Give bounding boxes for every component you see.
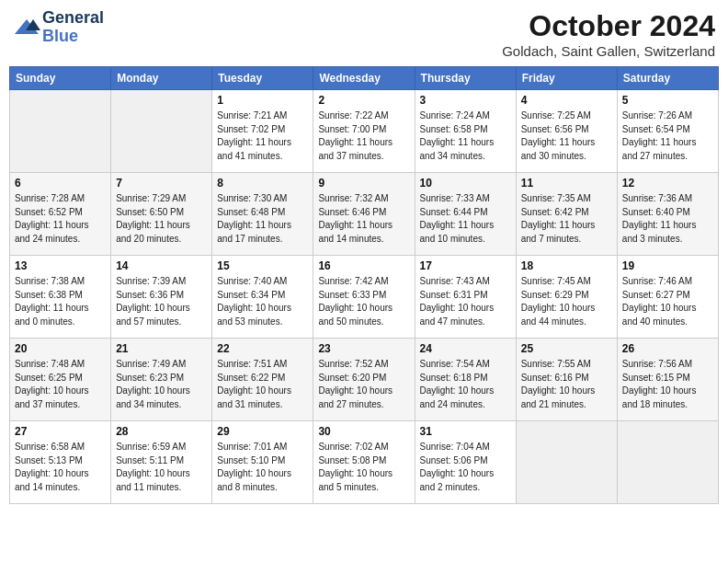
day-info: Sunrise: 7:24 AM Sunset: 6:58 PM Dayligh… (420, 109, 511, 163)
logo-text: General Blue (42, 9, 104, 46)
day-info: Sunrise: 7:36 AM Sunset: 6:40 PM Dayligh… (622, 192, 713, 246)
calendar-cell: 2Sunrise: 7:22 AM Sunset: 7:00 PM Daylig… (313, 90, 415, 173)
calendar-cell (516, 421, 617, 504)
calendar-cell: 1Sunrise: 7:21 AM Sunset: 7:02 PM Daylig… (212, 90, 313, 173)
day-number: 14 (116, 259, 207, 272)
weekday-header-friday: Friday (516, 67, 617, 90)
weekday-header-row: SundayMondayTuesdayWednesdayThursdayFrid… (10, 67, 719, 90)
day-info: Sunrise: 7:40 AM Sunset: 6:34 PM Dayligh… (217, 275, 308, 328)
location-title: Goldach, Saint Gallen, Switzerland (502, 43, 715, 59)
calendar-week-row: 13Sunrise: 7:38 AM Sunset: 6:38 PM Dayli… (10, 256, 719, 339)
day-info: Sunrise: 7:25 AM Sunset: 6:56 PM Dayligh… (521, 109, 612, 163)
day-info: Sunrise: 7:42 AM Sunset: 6:33 PM Dayligh… (318, 275, 409, 328)
day-number: 17 (420, 259, 511, 272)
day-number: 27 (15, 425, 106, 438)
day-info: Sunrise: 7:46 AM Sunset: 6:27 PM Dayligh… (622, 275, 713, 328)
weekday-header-wednesday: Wednesday (313, 67, 415, 90)
calendar-week-row: 6Sunrise: 7:28 AM Sunset: 6:52 PM Daylig… (10, 173, 719, 256)
calendar-cell: 17Sunrise: 7:43 AM Sunset: 6:31 PM Dayli… (415, 256, 516, 339)
calendar-cell: 20Sunrise: 7:48 AM Sunset: 6:25 PM Dayli… (10, 339, 111, 421)
calendar-cell: 5Sunrise: 7:26 AM Sunset: 6:54 PM Daylig… (617, 90, 718, 173)
weekday-header-saturday: Saturday (617, 67, 718, 90)
calendar-cell (10, 90, 111, 173)
calendar-cell: 3Sunrise: 7:24 AM Sunset: 6:58 PM Daylig… (415, 90, 516, 173)
day-info: Sunrise: 7:04 AM Sunset: 5:06 PM Dayligh… (420, 441, 511, 494)
day-info: Sunrise: 7:28 AM Sunset: 6:52 PM Dayligh… (15, 192, 106, 246)
day-info: Sunrise: 6:59 AM Sunset: 5:11 PM Dayligh… (116, 441, 207, 494)
day-info: Sunrise: 7:52 AM Sunset: 6:20 PM Dayligh… (318, 358, 409, 411)
calendar-cell (617, 421, 718, 504)
day-info: Sunrise: 7:22 AM Sunset: 7:00 PM Dayligh… (318, 109, 409, 163)
calendar-week-row: 20Sunrise: 7:48 AM Sunset: 6:25 PM Dayli… (10, 339, 719, 421)
logo-line2: Blue (42, 28, 104, 46)
calendar-cell: 8Sunrise: 7:30 AM Sunset: 6:48 PM Daylig… (212, 173, 313, 256)
day-info: Sunrise: 7:54 AM Sunset: 6:18 PM Dayligh… (420, 358, 511, 411)
calendar-cell: 18Sunrise: 7:45 AM Sunset: 6:29 PM Dayli… (516, 256, 617, 339)
day-number: 30 (318, 425, 409, 438)
calendar-week-row: 27Sunrise: 6:58 AM Sunset: 5:13 PM Dayli… (10, 421, 719, 504)
calendar-cell: 9Sunrise: 7:32 AM Sunset: 6:46 PM Daylig… (313, 173, 415, 256)
day-number: 9 (318, 177, 409, 190)
day-info: Sunrise: 7:35 AM Sunset: 6:42 PM Dayligh… (521, 192, 612, 246)
calendar-cell: 14Sunrise: 7:39 AM Sunset: 6:36 PM Dayli… (111, 256, 212, 339)
day-info: Sunrise: 7:45 AM Sunset: 6:29 PM Dayligh… (521, 275, 612, 328)
weekday-header-tuesday: Tuesday (212, 67, 313, 90)
day-info: Sunrise: 7:33 AM Sunset: 6:44 PM Dayligh… (420, 192, 511, 246)
day-info: Sunrise: 7:39 AM Sunset: 6:36 PM Dayligh… (116, 275, 207, 328)
day-number: 26 (622, 342, 713, 355)
calendar-week-row: 1Sunrise: 7:21 AM Sunset: 7:02 PM Daylig… (10, 90, 719, 173)
day-number: 29 (217, 425, 308, 438)
title-block: October 2024 Goldach, Saint Gallen, Swit… (502, 9, 715, 59)
day-info: Sunrise: 7:32 AM Sunset: 6:46 PM Dayligh… (318, 192, 409, 246)
day-number: 31 (420, 425, 511, 438)
calendar-cell: 22Sunrise: 7:51 AM Sunset: 6:22 PM Dayli… (212, 339, 313, 421)
day-info: Sunrise: 7:29 AM Sunset: 6:50 PM Dayligh… (116, 192, 207, 246)
day-info: Sunrise: 7:56 AM Sunset: 6:15 PM Dayligh… (622, 358, 713, 411)
calendar-body: 1Sunrise: 7:21 AM Sunset: 7:02 PM Daylig… (10, 90, 719, 504)
calendar-cell: 13Sunrise: 7:38 AM Sunset: 6:38 PM Dayli… (10, 256, 111, 339)
day-number: 22 (217, 342, 308, 355)
calendar-cell: 6Sunrise: 7:28 AM Sunset: 6:52 PM Daylig… (10, 173, 111, 256)
day-info: Sunrise: 7:55 AM Sunset: 6:16 PM Dayligh… (521, 358, 612, 411)
calendar-cell: 11Sunrise: 7:35 AM Sunset: 6:42 PM Dayli… (516, 173, 617, 256)
day-info: Sunrise: 7:49 AM Sunset: 6:23 PM Dayligh… (116, 358, 207, 411)
day-info: Sunrise: 7:48 AM Sunset: 6:25 PM Dayligh… (15, 358, 106, 411)
day-number: 8 (217, 177, 308, 190)
calendar-cell: 7Sunrise: 7:29 AM Sunset: 6:50 PM Daylig… (111, 173, 212, 256)
day-number: 13 (15, 259, 106, 272)
day-info: Sunrise: 7:02 AM Sunset: 5:08 PM Dayligh… (318, 441, 409, 494)
page-header: General Blue October 2024 Goldach, Saint… (9, 9, 719, 59)
calendar-cell: 16Sunrise: 7:42 AM Sunset: 6:33 PM Dayli… (313, 256, 415, 339)
day-number: 19 (622, 259, 713, 272)
day-info: Sunrise: 7:30 AM Sunset: 6:48 PM Dayligh… (217, 192, 308, 246)
calendar-cell: 30Sunrise: 7:02 AM Sunset: 5:08 PM Dayli… (313, 421, 415, 504)
day-number: 21 (116, 342, 207, 355)
day-number: 24 (420, 342, 511, 355)
day-info: Sunrise: 7:38 AM Sunset: 6:38 PM Dayligh… (15, 275, 106, 328)
calendar-cell: 29Sunrise: 7:01 AM Sunset: 5:10 PM Dayli… (212, 421, 313, 504)
day-number: 5 (622, 94, 713, 107)
calendar-cell (111, 90, 212, 173)
day-number: 23 (318, 342, 409, 355)
calendar-cell: 28Sunrise: 6:59 AM Sunset: 5:11 PM Dayli… (111, 421, 212, 504)
calendar-cell: 24Sunrise: 7:54 AM Sunset: 6:18 PM Dayli… (415, 339, 516, 421)
weekday-header-thursday: Thursday (415, 67, 516, 90)
day-info: Sunrise: 7:26 AM Sunset: 6:54 PM Dayligh… (622, 109, 713, 163)
day-number: 25 (521, 342, 612, 355)
day-number: 4 (521, 94, 612, 107)
day-number: 7 (116, 177, 207, 190)
day-number: 16 (318, 259, 409, 272)
day-info: Sunrise: 7:43 AM Sunset: 6:31 PM Dayligh… (420, 275, 511, 328)
calendar-cell: 23Sunrise: 7:52 AM Sunset: 6:20 PM Dayli… (313, 339, 415, 421)
calendar-header: SundayMondayTuesdayWednesdayThursdayFrid… (10, 67, 719, 90)
day-number: 6 (15, 177, 106, 190)
logo-line1: General (42, 9, 104, 28)
day-number: 1 (217, 94, 308, 107)
calendar-table: SundayMondayTuesdayWednesdayThursdayFrid… (9, 66, 719, 504)
weekday-header-sunday: Sunday (10, 67, 111, 90)
day-number: 3 (420, 94, 511, 107)
day-number: 10 (420, 177, 511, 190)
calendar-cell: 21Sunrise: 7:49 AM Sunset: 6:23 PM Dayli… (111, 339, 212, 421)
weekday-header-monday: Monday (111, 67, 212, 90)
day-info: Sunrise: 7:21 AM Sunset: 7:02 PM Dayligh… (217, 109, 308, 163)
